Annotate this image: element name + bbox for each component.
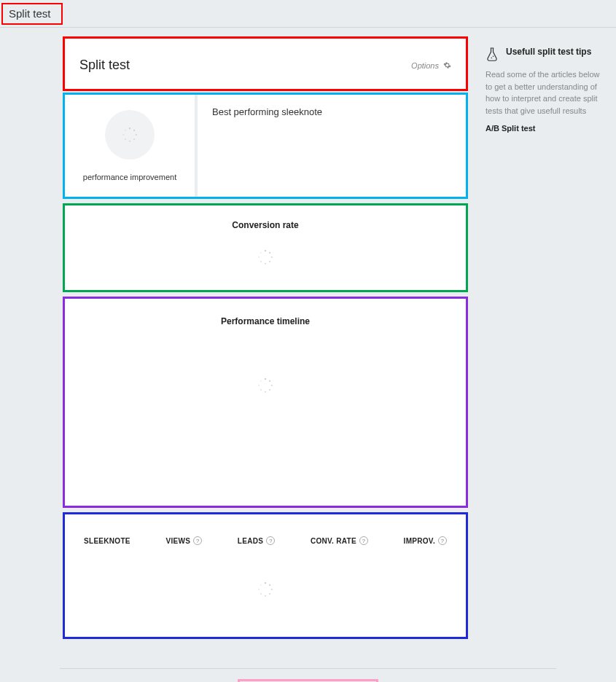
kpi-left-label: performance improvement — [83, 173, 176, 181]
tips-body: Read some of the articles below to get a… — [486, 68, 602, 117]
delete-highlight: Delete this split test — [238, 679, 378, 682]
table-col-views: VIEWS? — [165, 536, 202, 545]
svg-point-8 — [491, 58, 493, 59]
conversion-title: Conversion rate — [65, 220, 466, 230]
loading-spinner-icon — [77, 581, 454, 600]
delete-section: Delete this split test — [0, 679, 616, 682]
card-title: Split test — [79, 58, 130, 73]
options-button[interactable]: Options — [411, 61, 451, 70]
loading-spinner-icon — [65, 249, 466, 268]
conversion-card: Conversion rate — [63, 203, 468, 292]
table-col-improv: IMPROV.? — [404, 536, 447, 545]
topbar-title-highlight: Split test — [1, 3, 63, 25]
help-icon[interactable]: ? — [359, 536, 368, 545]
kpi-right: Best performing sleeknote — [198, 95, 466, 197]
table-col-convrate: CONV. RATE? — [311, 536, 368, 545]
help-icon[interactable]: ? — [193, 536, 202, 545]
help-icon[interactable]: ? — [266, 536, 275, 545]
svg-point-9 — [493, 56, 494, 58]
table-col-sleeknote: SLEEKNOTE — [84, 536, 130, 545]
kpi-left: performance improvement — [65, 95, 198, 197]
header-card: Split test Options — [63, 36, 468, 91]
content-column: Split test Options performance improveme… — [63, 36, 468, 639]
kpi-card: performance improvement Best performing … — [63, 93, 468, 199]
tips-heading: Usefull split test tips — [506, 47, 591, 57]
table-card: SLEEKNOTE VIEWS? LEADS? CONV. RATE? IMPR… — [63, 512, 468, 639]
tips-panel: Usefull split test tips Read some of the… — [486, 36, 602, 639]
topbar: Split test — [0, 0, 616, 28]
timeline-title: Performance timeline — [65, 316, 466, 326]
help-icon[interactable]: ? — [438, 536, 447, 545]
main: Split test Options performance improveme… — [0, 28, 616, 654]
flask-icon — [486, 47, 499, 63]
timeline-card: Performance timeline — [63, 297, 468, 508]
divider — [60, 668, 556, 669]
gear-icon — [443, 61, 451, 69]
page-title: Split test — [9, 7, 51, 20]
loading-spinner-icon — [105, 110, 155, 160]
options-label: Options — [411, 61, 439, 70]
table-col-leads: LEADS? — [238, 536, 275, 545]
kpi-right-title: Best performing sleeknote — [212, 106, 451, 117]
tips-link[interactable]: A/B Split test — [486, 124, 602, 133]
table-header-row: SLEEKNOTE VIEWS? LEADS? CONV. RATE? IMPR… — [77, 536, 454, 563]
loading-spinner-icon — [65, 377, 466, 396]
